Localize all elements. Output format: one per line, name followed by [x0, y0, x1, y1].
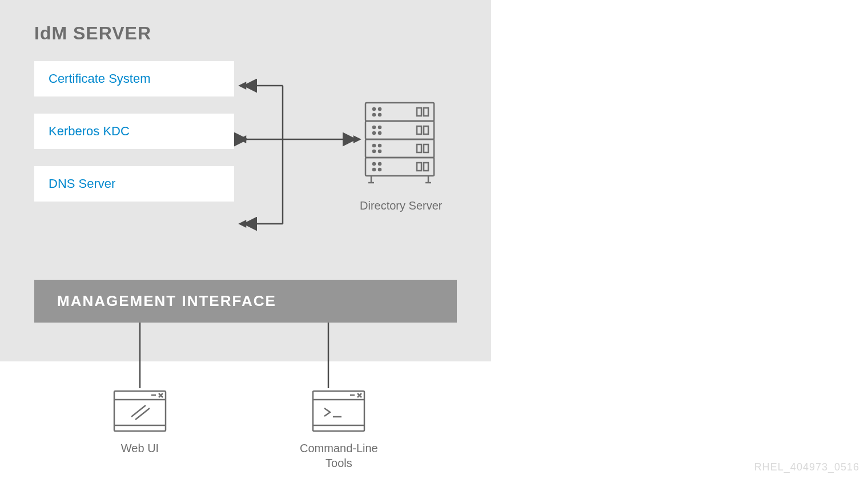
svg-rect-27 — [424, 163, 428, 171]
directory-server-block: Directory Server — [360, 100, 442, 212]
svg-point-25 — [379, 168, 381, 171]
svg-point-2 — [379, 108, 381, 110]
browser-window-icon — [111, 388, 168, 434]
svg-point-11 — [379, 132, 381, 134]
svg-rect-12 — [417, 126, 421, 134]
svg-rect-19 — [417, 144, 421, 152]
svg-point-17 — [373, 150, 375, 152]
directory-server-label: Directory Server — [360, 199, 442, 212]
web-ui-client: Web UI — [111, 388, 168, 456]
terminal-window-icon — [310, 388, 367, 434]
svg-line-49 — [131, 405, 146, 417]
svg-point-24 — [373, 168, 375, 171]
web-ui-label: Web UI — [111, 441, 168, 456]
service-label: DNS Server — [49, 176, 115, 191]
idm-server-container: IdM SERVER Certificate System Kerberos K… — [0, 0, 491, 361]
watermark: RHEL_404973_0516 — [754, 461, 859, 473]
server-stack-icon — [360, 100, 440, 191]
cli-label: Command-LineTools — [300, 441, 378, 470]
svg-rect-20 — [424, 144, 428, 152]
management-label: MANAGEMENT INTERFACE — [57, 292, 276, 310]
svg-point-8 — [373, 126, 375, 128]
svg-point-15 — [373, 144, 375, 147]
cli-client: Command-LineTools — [300, 388, 378, 470]
svg-point-23 — [379, 163, 381, 165]
kerberos-kdc-box: Kerberos KDC — [34, 114, 234, 149]
service-label: Kerberos KDC — [49, 124, 130, 138]
svg-point-4 — [379, 114, 381, 116]
svg-rect-6 — [424, 108, 428, 116]
svg-point-1 — [373, 108, 375, 110]
svg-point-3 — [373, 114, 375, 116]
svg-point-18 — [379, 150, 381, 152]
management-interface-bar: MANAGEMENT INTERFACE — [34, 280, 457, 323]
svg-rect-13 — [424, 126, 428, 134]
svg-point-10 — [373, 132, 375, 134]
svg-point-9 — [379, 126, 381, 128]
svg-point-22 — [373, 163, 375, 165]
server-title: IdM SERVER — [34, 23, 457, 44]
svg-line-50 — [135, 408, 150, 420]
svg-rect-26 — [417, 163, 421, 171]
dns-server-box: DNS Server — [34, 166, 234, 202]
certificate-system-box: Certificate System — [34, 61, 234, 96]
service-label: Certificate System — [49, 71, 151, 86]
svg-rect-5 — [417, 108, 421, 116]
svg-point-16 — [379, 144, 381, 147]
